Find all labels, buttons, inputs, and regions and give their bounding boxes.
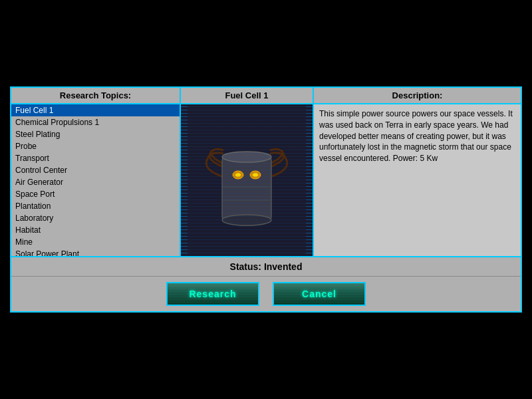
topic-list-item[interactable]: Probe bbox=[11, 140, 180, 152]
topic-list-item[interactable]: Plantation bbox=[11, 200, 180, 212]
side-lines-left bbox=[181, 104, 188, 256]
right-panel: Description: This simple power source po… bbox=[314, 88, 521, 256]
list-container: Fuel Cell 1Chemical Propulsions 1Steel P… bbox=[11, 104, 180, 256]
svg-point-2 bbox=[222, 215, 271, 225]
button-row: Research Cancel bbox=[11, 277, 521, 311]
research-button[interactable]: Research bbox=[166, 282, 259, 306]
svg-point-5 bbox=[235, 173, 241, 177]
topics-header: Research Topics: bbox=[11, 88, 180, 104]
left-panel: Research Topics: Fuel Cell 1Chemical Pro… bbox=[11, 88, 181, 256]
svg-point-1 bbox=[222, 152, 271, 162]
topic-list-item[interactable]: Solar Power Plant bbox=[11, 248, 180, 256]
side-lines-right bbox=[306, 104, 313, 256]
topic-list-item[interactable]: Mine bbox=[11, 236, 180, 248]
dialog-top: Research Topics: Fuel Cell 1Chemical Pro… bbox=[11, 88, 521, 256]
item-header: Fuel Cell 1 bbox=[181, 88, 313, 104]
topic-list-item[interactable]: Control Center bbox=[11, 164, 180, 176]
fuel-cell-icon bbox=[203, 127, 290, 233]
topic-list-item[interactable]: Chemical Propulsions 1 bbox=[11, 116, 180, 128]
research-dialog: Research Topics: Fuel Cell 1Chemical Pro… bbox=[10, 86, 522, 313]
middle-panel: Fuel Cell 1 bbox=[181, 88, 314, 256]
topic-list[interactable]: Fuel Cell 1Chemical Propulsions 1Steel P… bbox=[11, 104, 180, 256]
description-text[interactable]: This simple power source powers our spac… bbox=[314, 104, 521, 256]
topic-list-item[interactable]: Air Generator bbox=[11, 176, 180, 188]
topic-list-item[interactable]: Steel Plating bbox=[11, 128, 180, 140]
fuel-cell-image-area bbox=[181, 104, 313, 256]
status-bar: Status: Invented bbox=[11, 257, 521, 277]
cancel-button[interactable]: Cancel bbox=[273, 282, 366, 306]
topic-list-item[interactable]: Laboratory bbox=[11, 212, 180, 224]
bottom-section: Status: Invented Research Cancel bbox=[11, 256, 521, 311]
topic-list-item[interactable]: Transport bbox=[11, 152, 180, 164]
topic-list-item[interactable]: Space Port bbox=[11, 188, 180, 200]
svg-rect-0 bbox=[222, 157, 271, 220]
svg-point-6 bbox=[253, 173, 258, 177]
topic-list-item[interactable]: Habitat bbox=[11, 224, 180, 236]
topic-list-item[interactable]: Fuel Cell 1 bbox=[11, 104, 180, 116]
desc-header: Description: bbox=[314, 88, 521, 104]
